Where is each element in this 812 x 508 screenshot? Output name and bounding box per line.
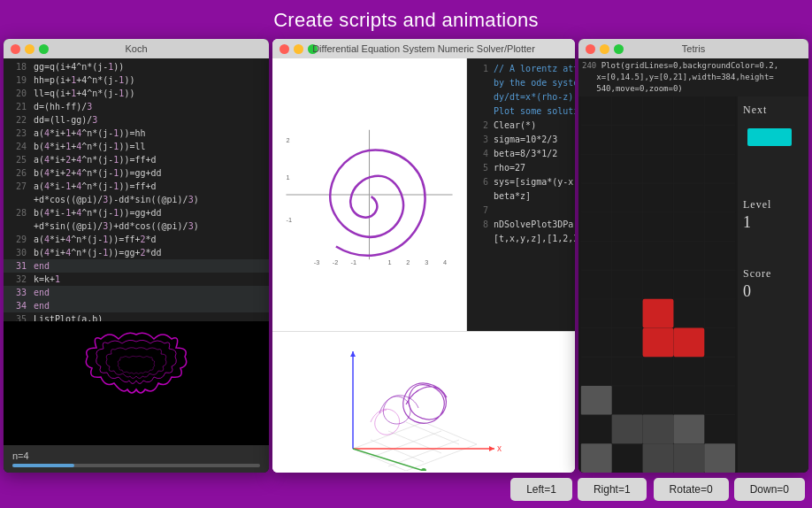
diff-code-line: 2 Clear(*) [467, 119, 575, 133]
svg-line-17 [371, 440, 424, 462]
code-line: 26 b(4*i+2+4^n*(j-1))=gg+dd [4, 166, 269, 180]
svg-line-16 [353, 449, 406, 471]
bottom-area: Left=1 Right=1 Rotate=0 Down=0 [0, 473, 812, 506]
minimize-button[interactable] [25, 44, 34, 54]
traffic-lights[interactable] [11, 44, 49, 54]
svg-text:-2: -2 [333, 258, 339, 266]
diff-code-line: 5 rho=27 [467, 161, 575, 175]
svg-rect-45 [643, 299, 674, 328]
svg-point-26 [421, 468, 426, 471]
diff-code-line: 6 sys=[sigma*(y-x),x*(rho-z)-y,x*y- [467, 175, 575, 189]
game-controls: Left=1 Right=1 [510, 478, 646, 501]
left-button[interactable]: Left=1 [510, 478, 572, 501]
fractal-image [74, 326, 198, 441]
code-line: 30 b(4*i+4^n*(j-1))=gg+2*dd [4, 246, 269, 259]
svg-text:3: 3 [425, 258, 428, 266]
down-button[interactable]: Down=0 [734, 478, 805, 501]
koch-window: Koch 18 gg=q(i+4^n*(j-1)) 19 hh=p(i+1+4^… [4, 39, 269, 473]
svg-rect-47 [673, 328, 704, 358]
score-section: Score 0 [743, 267, 803, 301]
svg-rect-52 [643, 443, 674, 473]
score-value: 0 [743, 282, 803, 301]
header-title: Create scripts and animations [273, 9, 539, 31]
score-label: Score [743, 267, 803, 281]
code-line: 28 b(4*i-1+4^n*(j-1))=gg+dd [4, 206, 269, 219]
code-line: 23 a(4*i+1+4^n*(j-1))=hh [4, 127, 269, 140]
tetris-titlebar: Tetris [578, 39, 808, 58]
slider-fill [12, 464, 74, 467]
svg-text:2: 2 [406, 258, 410, 266]
rotate-button[interactable]: Rotate=0 [654, 478, 729, 501]
diff-code-line: 8 nDSolvePlot3DParametric(sys, [467, 218, 575, 232]
svg-text:4: 4 [443, 258, 447, 266]
code-line: 29 a(4*i+4^n*(j-1))=ff+2*d [4, 233, 269, 246]
code-line: 27 a(4*i-1+4^n*(j-1))=ff+d [4, 180, 269, 193]
close-button[interactable] [11, 44, 20, 54]
svg-rect-49 [643, 415, 674, 444]
code-line: 19 hh=p(i+1+4^n*(j-1)) [4, 73, 269, 87]
next-label: Next [743, 104, 803, 117]
svg-rect-53 [673, 443, 704, 473]
svg-text:1: 1 [387, 258, 391, 266]
diff-code-line: 1 // A lorentz attractor is specified 52 [467, 62, 575, 76]
diff-code-line: Plot some solution of this system. [467, 104, 575, 119]
code-line: +d*sin((@pi)/3)+dd*cos((@pi)/3) [4, 219, 269, 233]
svg-rect-51 [581, 443, 612, 473]
svg-text:-3: -3 [314, 258, 320, 266]
game-controls-2: Rotate=0 Down=0 [654, 478, 805, 501]
svg-line-18 [388, 431, 441, 453]
right-button[interactable]: Right=1 [578, 478, 647, 501]
diff-code-line: by the ode system dx/dt=sigma*(y-x), [467, 76, 575, 90]
diff-3d-plot: x [272, 331, 575, 473]
koch-window-title: Koch [125, 43, 147, 54]
diff-code-panel: 1 // A lorentz attractor is specified 52… [467, 58, 575, 331]
close-button[interactable] [586, 44, 595, 54]
close-button[interactable] [280, 44, 289, 54]
code-line: 25 a(4*i+2+4^n*(j-1))=ff+d [4, 153, 269, 166]
fractal-preview [4, 321, 269, 445]
svg-text:1: 1 [286, 173, 289, 181]
tetris-sidebar: Next Level 1 Score 0 [738, 96, 808, 473]
diff-window-title: Differential Equation System Numeric Sol… [312, 43, 535, 54]
svg-line-19 [406, 422, 459, 444]
koch-code-area: 18 gg=q(i+4^n*(j-1)) 19 hh=p(i+1+4^n*(j-… [4, 58, 269, 321]
3d-plot-svg: x [335, 334, 512, 471]
svg-line-12 [353, 422, 424, 449]
diff-titlebar: Differential Equation System Numeric Sol… [272, 39, 575, 58]
maximize-button[interactable] [39, 44, 49, 54]
svg-rect-56 [747, 128, 792, 146]
diff-window: Differential Equation System Numeric Sol… [272, 39, 575, 473]
tetris-board-svg [578, 96, 738, 473]
tetris-code-line: 240 Plot(gridLines=0,backgroundColor=0.2… [578, 58, 808, 96]
diff-code-line: dy/dt=x*(rho-z)-y,dz/dt=x*y-beta*z. [467, 90, 575, 104]
code-line: 32 k=k+1 [4, 273, 269, 286]
level-value: 1 [743, 213, 803, 232]
code-line: +d*cos((@pi)/3)-dd*sin((@pi)/3) [4, 193, 269, 206]
svg-text:2: 2 [286, 136, 289, 144]
code-line: 34 end [4, 299, 269, 312]
traffic-lights[interactable] [586, 44, 624, 54]
tetris-window: Tetris 240 Plot(gridLines=0,backgroundCo… [578, 39, 808, 473]
svg-rect-48 [612, 415, 643, 444]
svg-rect-55 [581, 386, 612, 415]
svg-rect-46 [643, 328, 674, 358]
code-line: 20 ll=q(i+1+4^n*(j-1)) [4, 87, 269, 100]
code-line: 21 d=(hh-ff)/3 [4, 100, 269, 113]
next-piece-preview [743, 124, 796, 150]
svg-marker-25 [350, 351, 356, 357]
slider-track[interactable] [12, 464, 260, 467]
svg-line-20 [424, 422, 477, 444]
code-line: 22 dd=(ll-gg)/3 [4, 113, 269, 127]
code-line: 24 b(4*i+1+4^n*(j-1))=ll [4, 140, 269, 153]
code-line: 18 gg=q(i+4^n*(j-1)) [4, 60, 269, 73]
svg-line-23 [353, 449, 424, 471]
minimize-button[interactable] [294, 44, 303, 54]
svg-text:-1: -1 [351, 258, 357, 266]
minimize-button[interactable] [600, 44, 609, 54]
diff-spiral-plot: -3 -2 -1 1 2 3 4 2 1 -1 [272, 58, 467, 331]
slider-area: n=4 [4, 445, 269, 473]
svg-text:x: x [497, 443, 502, 453]
spiral-svg: -3 -2 -1 1 2 3 4 2 1 -1 [277, 106, 462, 283]
svg-marker-24 [489, 446, 494, 451]
maximize-button[interactable] [614, 44, 624, 54]
